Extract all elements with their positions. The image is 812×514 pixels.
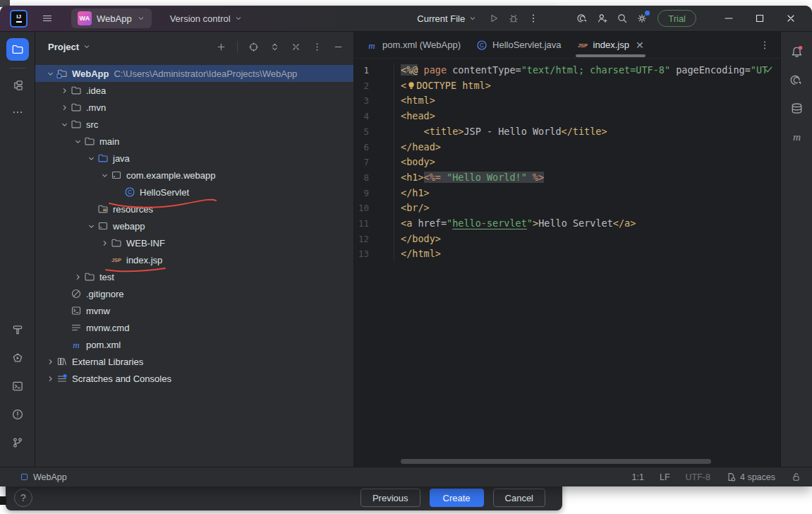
tree-item-com-example-webapp[interactable]: com.example.webapp [35,167,353,184]
add-user-icon[interactable] [593,8,612,28]
line-number[interactable]: 4 [354,109,369,124]
line-number[interactable]: 13 [354,246,369,262]
tree-item-index-jsp[interactable]: JSPindex.jsp [35,251,353,268]
chevron-right-icon[interactable] [44,373,56,384]
tool-window-button-structure[interactable] [6,74,29,97]
chevron-down-icon[interactable] [44,68,56,79]
previous-button[interactable]: Previous [360,489,420,507]
tree-item-idea[interactable]: .idea [35,82,353,99]
debug-button[interactable] [504,8,523,28]
locate-icon[interactable] [248,42,259,52]
chevron-down-icon[interactable] [71,136,84,147]
settings-gear-icon[interactable] [632,8,652,28]
ai-assistant-icon[interactable] [573,8,593,28]
line-number[interactable]: 10 [354,201,369,216]
options-icon[interactable] [312,42,322,52]
line-number[interactable]: 9 [354,186,369,201]
editor-tab-pom-xml-webapp[interactable]: mpom.xml (WebApp) [358,32,468,58]
cancel-button[interactable]: Cancel [493,489,545,507]
close-button[interactable] [775,8,806,29]
maximize-button[interactable] [744,8,775,29]
tree-item-resources[interactable]: resources [35,201,353,217]
run-button[interactable] [484,8,504,28]
status-project-widget[interactable]: WebApp [20,472,67,482]
line-number[interactable]: 11 [354,216,369,232]
editor-tab-index-jsp[interactable]: JSPindex.jsp✕ [569,32,652,58]
tool-window-button-services[interactable] [6,347,29,369]
search-everywhere-icon[interactable] [612,8,632,28]
add-icon[interactable] [216,42,226,52]
indent-setting[interactable]: 4 spaces [726,472,775,482]
svg-text:C: C [128,189,132,196]
create-button[interactable]: Create [430,489,484,507]
package-icon [111,169,122,181]
horizontal-scrollbar[interactable] [401,459,711,464]
close-tab-icon[interactable]: ✕ [636,40,644,50]
chevron-down-icon[interactable] [98,169,111,181]
tree-item-mvnw-cmd[interactable]: mvnw.cmd [35,319,353,336]
minimize-button[interactable] [713,8,744,29]
intellij-logo-icon[interactable]: IJ [10,10,28,28]
inspections-ok-icon[interactable] [763,64,774,75]
project-widget[interactable]: WA WebApp [71,8,152,28]
tree-item-java[interactable]: java [35,150,353,167]
tool-window-button-project[interactable] [6,38,29,61]
tool-window-button-maven[interactable]: m [784,122,808,150]
chevron-right-icon[interactable] [44,356,56,367]
tool-window-button-notifications[interactable] [784,37,808,66]
tree-item-src[interactable]: src [35,116,353,133]
tree-item-external-libraries[interactable]: External Libraries [35,353,353,370]
collapse-all-icon[interactable] [291,42,301,52]
project-view-select[interactable]: Project [48,42,91,52]
chevron-down-icon[interactable] [85,220,97,232]
expand-all-icon[interactable] [269,42,280,52]
chevron-down-icon[interactable] [58,119,71,130]
tree-item-gitignore[interactable]: .gitignore [35,285,353,302]
code-editor[interactable]: 1<%@ page contentType="text/html; charse… [354,59,780,467]
tree-item-helloservlet[interactable]: CHelloServlet [35,184,353,201]
tree-item-webapp[interactable]: WebAppC:\Users\Administrator\IdeaProject… [35,65,353,82]
editor-tabs-options-icon[interactable] [759,40,780,51]
trial-badge[interactable]: Trial [658,10,696,27]
tool-window-button-version-control[interactable] [6,431,29,454]
version-control-menu[interactable]: Version control [170,13,243,24]
tree-item-webapp[interactable]: webapp [35,217,353,234]
chevron-right-icon[interactable] [71,271,84,282]
chevron-down-icon[interactable] [85,153,97,164]
line-number[interactable]: 8 [354,170,369,186]
file-encoding[interactable]: UTF-8 [686,472,710,482]
editor-tab-helloservlet-java[interactable]: CHelloServlet.java [468,32,569,58]
tree-item-web-inf[interactable]: WEB-INF [35,234,353,251]
run-configuration-select[interactable]: Current File [417,13,477,24]
tool-window-button-more-tool-windows[interactable] [6,101,29,124]
tree-item-pom-xml[interactable]: mpom.xml [35,336,353,353]
main-menu-icon[interactable] [37,8,57,28]
line-number[interactable]: 3 [354,93,369,109]
tree-item-test[interactable]: test [35,268,353,285]
hide-icon[interactable] [333,42,344,52]
chevron-right-icon[interactable] [58,102,71,113]
caret-position[interactable]: 1:1 [632,472,644,482]
chevron-right-icon[interactable] [98,237,111,249]
lock-open-icon[interactable] [791,472,801,482]
line-number[interactable]: 5 [354,124,369,140]
tree-item-scratches-and-consoles[interactable]: Scratches and Consoles [35,370,353,387]
help-button[interactable]: ? [14,489,32,507]
line-number[interactable]: 7 [354,155,369,170]
line-number[interactable]: 12 [354,232,369,247]
chevron-right-icon[interactable] [58,85,71,96]
tool-window-button-problems[interactable] [6,403,29,426]
tool-window-button-ai-assistant[interactable] [784,66,808,94]
intention-bulb-icon[interactable] [406,80,416,90]
line-number[interactable]: 6 [354,140,369,155]
tool-window-button-terminal[interactable] [6,375,29,398]
line-ending[interactable]: LF [660,472,670,482]
tree-item-mvn[interactable]: .mvn [35,99,353,116]
line-number[interactable]: 2 [354,78,369,94]
tool-window-button-database[interactable] [784,94,808,122]
line-number[interactable]: 1 [354,63,369,78]
more-actions-icon[interactable] [523,8,543,28]
tree-item-mvnw[interactable]: mvnw [35,302,353,319]
tool-window-button-build[interactable] [6,318,29,341]
tree-item-main[interactable]: main [35,133,353,150]
